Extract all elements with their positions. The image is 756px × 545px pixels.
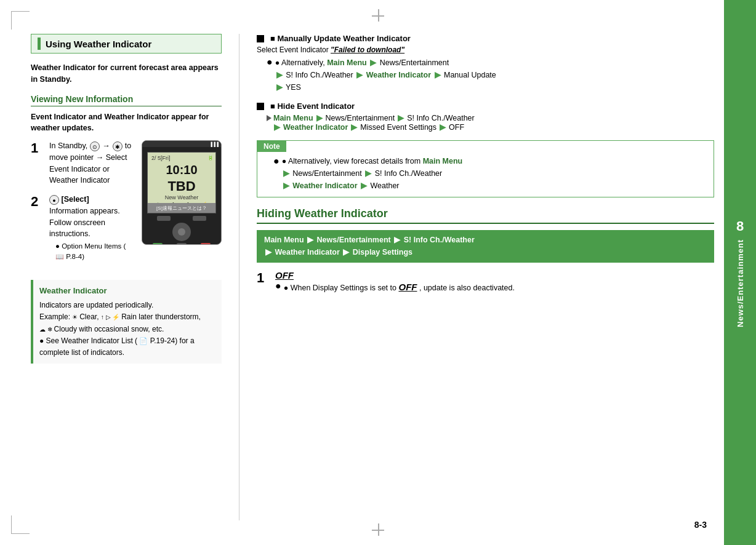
hide-news: News/Entertainment — [326, 114, 395, 122]
viewing-new-info-heading: Viewing New Information — [31, 94, 222, 106]
phone-tbd: TBD — [148, 176, 215, 194]
off-note-off-word: OFF — [398, 282, 417, 292]
manual-heading: ■ Manually Update Weather Indicator — [257, 34, 714, 43]
page: 8 News/Entertainment Using Weather Indic… — [0, 0, 756, 545]
manual-select-text: Select Event Indicator — [257, 46, 329, 54]
manual-heading-text: ■ Manually Update Weather Indicator — [270, 34, 411, 43]
arrow-r-hide2: ▶ — [398, 113, 404, 122]
off-note-dot: ● — [275, 281, 281, 291]
steps-with-image: 1 In Standby, ⊙ → ✱ to move pointer → Se… — [31, 140, 222, 270]
manual-alt-item: ● ● Alternatively, Main Menu ▶ News/Ente… — [267, 57, 714, 93]
arrow-r-hide3: ▶ — [274, 122, 280, 132]
square-icon-manual — [257, 35, 264, 42]
manual-alt-label: ● Alternatively, — [275, 58, 325, 67]
step1-number: 1 — [31, 140, 43, 186]
arrow-r-hide1: ▶ — [316, 113, 323, 122]
phone-bar: [S]速報ニュースとは？ — [148, 203, 215, 213]
book-icon2: 📄 — [139, 337, 148, 344]
phone-call-key — [153, 243, 163, 245]
note-label: Note — [257, 141, 286, 152]
step1-content: In Standby, ⊙ → ✱ to move pointer → Sele… — [49, 140, 135, 186]
note-content: ● ● Alternatively, view forecast details… — [257, 152, 714, 196]
up-icon2: ▷ — [106, 314, 113, 320]
hide-missed: Missed Event Settings — [360, 123, 436, 132]
off-step-content: OFF ● ● When Display Settings is set to … — [275, 270, 515, 296]
corner-decoration-tl — [11, 11, 30, 30]
info-box-see-line: ● See Weather Indicator List ( 📄 P.19-24… — [39, 335, 215, 359]
page-number: 8-3 — [694, 520, 707, 530]
phone-bar-text: [S]速報ニュースとは？ — [156, 205, 207, 212]
manual-weather-ind: Weather Indicator — [366, 71, 431, 79]
arrow-icon: → — [102, 141, 110, 150]
hiding-weather-section: Hiding Weather Indicator Main Menu ▶ New… — [257, 207, 714, 296]
info-box-line1: Indicators are updated periodically. — [39, 300, 215, 311]
sidebar-number: 8 — [736, 218, 744, 234]
arrow-r-note4: ▶ — [361, 180, 367, 192]
off-note-content: ● When Display Settings is set to OFF , … — [284, 280, 515, 295]
phone-soft-key-r — [193, 216, 206, 221]
phone-bottom-keys — [146, 243, 217, 245]
square-icon-hide — [257, 103, 264, 110]
info-box-title: Weather Indicator — [39, 285, 215, 298]
triangle-icon-hide — [267, 115, 271, 121]
crosshair-bottom — [372, 523, 384, 536]
hide-event-section: ■ Hide Event Indicator Main Menu ▶ News/… — [257, 101, 714, 132]
step1-text-inline: In Standby, ⊙ → ✱ to move pointer → Sele… — [49, 141, 131, 185]
step1-row: 1 In Standby, ⊙ → ✱ to move pointer → Se… — [31, 140, 135, 186]
note-alt-text: ● Alternatively, view forecast details f… — [282, 157, 420, 165]
arrow-r-banner2: ▶ — [394, 234, 400, 247]
left-column: Using Weather Indicator Weather Indicato… — [31, 34, 222, 520]
clear-icon: ☀ — [72, 314, 79, 320]
cloud-icon: ☁ — [39, 326, 47, 333]
hide-path-line2: ▶ Weather Indicator ▶ Missed Event Setti… — [273, 122, 714, 132]
step2-label-line: ● [Select] — [49, 194, 135, 205]
note-s-info: S! Info Ch./Weather — [375, 169, 443, 178]
note-bullet: ● ● Alternatively, view forecast details… — [273, 156, 707, 191]
arrow-r-note2: ▶ — [365, 167, 371, 180]
signal-icon: ▐▐▐ — [209, 142, 219, 146]
off-note-text: ● When Display Settings is set to — [284, 284, 396, 292]
phone-dpad — [172, 223, 191, 241]
step2-info: Information appears. — [49, 205, 135, 217]
arrow-r-2: ▶ — [276, 69, 283, 81]
step2-option: ● Option Menu Items ( 📖 P.8-4) — [55, 241, 135, 263]
phone-date: 2/ 5[Fri] — [150, 154, 172, 161]
phone-time: 10:10 — [148, 162, 215, 176]
manual-yes: YES — [286, 83, 301, 92]
step2-label: [Select] — [61, 195, 89, 204]
manual-main-menu: Main Menu — [327, 58, 367, 67]
arrow-r-note1: ▶ — [283, 167, 289, 180]
off-step-row: 1 OFF ● ● When Display Settings is set t… — [257, 270, 714, 296]
hide-path-line1: Main Menu ▶ News/Entertainment ▶ S! Info… — [267, 113, 714, 122]
step-text-part: 1 In Standby, ⊙ → ✱ to move pointer → Se… — [31, 140, 135, 270]
off-note-item: ● ● When Display Settings is set to OFF … — [275, 280, 515, 295]
manual-update-section: ■ Manually Update Weather Indicator Sele… — [257, 34, 714, 93]
note-text: ● Alternatively, view forecast details f… — [282, 156, 463, 191]
bullet-dot-manual: ● — [267, 57, 273, 67]
note-main-menu: Main Menu — [423, 157, 463, 165]
heading-bar — [38, 38, 41, 50]
arrow-r-4: ▶ — [435, 69, 441, 81]
hide-main-menu: Main Menu — [273, 114, 313, 122]
manual-update: Manual Update — [444, 71, 496, 79]
thunder-icon: ⚡ — [112, 314, 121, 320]
crosshair-top — [372, 9, 384, 22]
phone-screen-top: 2/ 5[Fri] 🔋 — [148, 153, 215, 162]
hide-heading: ■ Hide Event Indicator — [257, 101, 714, 111]
phone-screen: 2/ 5[Fri] 🔋 10:10 TBD New Weather ☀ ⬆ ⬆ … — [147, 152, 216, 213]
weather-indicator-body: Weather Indicator for current forecast a… — [31, 62, 222, 86]
corner-decoration-bl — [11, 515, 30, 534]
select-btn-icon: ● — [49, 195, 59, 205]
battery-icon: 🔋 — [207, 155, 214, 161]
step2-number: 2 — [31, 194, 43, 263]
arrow-r-1: ▶ — [370, 57, 376, 69]
info-box-line2: Example: ☀ Clear, ↑ ▷ ⚡ Rain later thund… — [39, 311, 215, 323]
sidebar: 8 News/Entertainment — [724, 0, 756, 545]
arrow-r-hide4: ▶ — [351, 122, 357, 132]
banner-main-menu: Main Menu — [264, 236, 304, 244]
step2-row: 2 ● [Select] Information appears. Follow… — [31, 194, 135, 263]
sidebar-label: News/Entertainment — [736, 239, 745, 327]
hiding-weather-heading: Hiding Weather Indicator — [257, 207, 714, 224]
off-note-rest: , update is also deactivated. — [419, 284, 515, 292]
phone-keys-area: select — [142, 213, 221, 245]
